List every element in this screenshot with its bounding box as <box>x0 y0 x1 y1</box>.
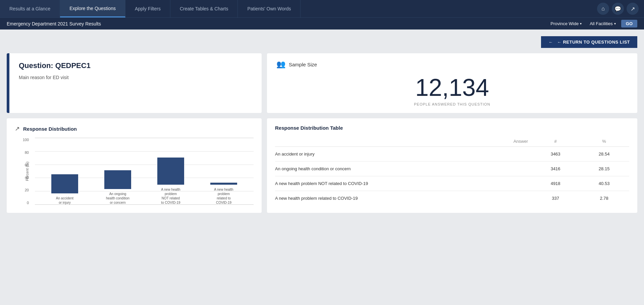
question-accent <box>7 53 9 113</box>
chart-card: ↗ Response Distribution 100 80 60 40 20 … <box>7 118 262 213</box>
bar-label-1: An accidentor injury <box>56 196 73 205</box>
subheader-right: Province Wide ▾ All Facilities ▾ GO <box>548 20 637 27</box>
go-button[interactable]: GO <box>621 20 637 27</box>
bar-1 <box>51 174 78 193</box>
return-bar: ← ← RETURN TO QUESTIONS LIST <box>7 36 637 48</box>
cell-answer: An accident or injury <box>275 147 532 162</box>
facilities-dropdown[interactable]: All Facilities ▾ <box>587 20 619 27</box>
tab-explore[interactable]: Explore the Questions <box>60 0 125 17</box>
bar-label-2: An ongoinghealth conditionor concern <box>106 192 129 205</box>
question-card: Question: QEDPEC1 Main reason for ED vis… <box>7 53 262 113</box>
chevron-down-icon: ▾ <box>580 22 582 25</box>
question-body: Question: QEDPEC1 Main reason for ED vis… <box>9 53 100 113</box>
question-title: Question: QEDPEC1 <box>19 61 91 70</box>
chart-title: Response Distribution <box>23 126 77 132</box>
col-count: # <box>532 136 579 147</box>
table-body: An accident or injury 3463 28.54 An ongo… <box>275 147 629 206</box>
cell-pct: 2.78 <box>579 191 629 206</box>
bar-label-3: A new healthproblemNOT relatedto COVID-1… <box>161 187 180 205</box>
bar-2 <box>104 170 131 189</box>
home-button[interactable]: ⌂ <box>597 3 609 15</box>
bar-group-2: An ongoinghealth conditionor concern <box>95 170 141 205</box>
arrow-left-icon: ← <box>548 40 553 45</box>
trend-icon: ↗ <box>15 125 20 132</box>
chevron-down-icon: ▾ <box>614 22 616 25</box>
sample-description: PEOPLE ANSWERED THIS QUESTION <box>276 102 628 106</box>
bar-4 <box>210 183 237 185</box>
table-header-row: Answer # % <box>275 136 629 147</box>
tab-filters[interactable]: Apply Filters <box>125 0 170 17</box>
share-button[interactable]: ↗ <box>627 3 639 15</box>
sample-header: 👥 Sample Size <box>276 60 628 69</box>
subheader-title: Emergency Department 2021 Survey Results <box>7 21 101 26</box>
main-content: ← ← RETURN TO QUESTIONS LIST Question: Q… <box>0 29 644 220</box>
people-icon: 👥 <box>276 60 285 69</box>
bar-chart-wrapper: 100 80 60 40 20 0 <box>15 138 254 205</box>
cell-answer: A new health problem NOT related to COVI… <box>275 176 532 191</box>
bars-container: An accidentor injury An ongoinghealth co… <box>35 138 254 205</box>
table-row: An accident or injury 3463 28.54 <box>275 147 629 162</box>
bar-label-4: A new healthproblemrelated toCOVID-19 <box>214 187 233 205</box>
distribution-table: Answer # % An accident or injury 3463 28… <box>275 136 629 205</box>
table-card: Response Distribution Table Answer # % A… <box>267 118 637 213</box>
question-subtitle: Main reason for ED visit <box>19 75 91 80</box>
col-pct: % <box>579 136 629 147</box>
tab-patients[interactable]: Patients' Own Words <box>238 0 301 17</box>
cell-count: 3463 <box>532 147 579 162</box>
cell-pct: 40.53 <box>579 176 629 191</box>
cell-count: 3416 <box>532 162 579 176</box>
share-icon: ↗ <box>631 6 635 12</box>
sample-title: Sample Size <box>289 62 317 67</box>
table-row: A new health problem NOT related to COVI… <box>275 176 629 191</box>
bar-group-1: An accidentor injury <box>42 174 88 205</box>
chat-icon: 💬 <box>614 6 621 12</box>
cell-count: 337 <box>532 191 579 206</box>
return-button[interactable]: ← ← RETURN TO QUESTIONS LIST <box>541 36 637 48</box>
table-row: A new health problem related to COVID-19… <box>275 191 629 206</box>
bar-group-4: A new healthproblemrelated toCOVID-19 <box>201 183 247 205</box>
top-nav: Results at a Glance Explore the Question… <box>0 0 644 17</box>
sample-number: 12,134 <box>276 75 628 100</box>
bar-3 <box>157 158 184 185</box>
subheader: Emergency Department 2021 Survey Results… <box>0 17 644 29</box>
home-icon: ⌂ <box>601 6 605 12</box>
tab-results[interactable]: Results at a Glance <box>0 0 60 17</box>
cell-pct: 28.15 <box>579 162 629 176</box>
cell-count: 4918 <box>532 176 579 191</box>
table-row: An ongoing health condition or concern 3… <box>275 162 629 176</box>
chart-header: ↗ Response Distribution <box>15 125 254 132</box>
col-answer: Answer <box>275 136 532 147</box>
bottom-cards-row: ↗ Response Distribution 100 80 60 40 20 … <box>7 118 637 213</box>
top-cards-row: Question: QEDPEC1 Main reason for ED vis… <box>7 53 637 113</box>
cell-pct: 28.54 <box>579 147 629 162</box>
cell-answer: An ongoing health condition or concern <box>275 162 532 176</box>
y-axis-title: Percent (%) <box>25 162 29 181</box>
bar-group-3: A new healthproblemNOT relatedto COVID-1… <box>148 158 194 205</box>
chart-body: An accidentor injury An ongoinghealth co… <box>35 138 254 205</box>
sample-card: 👥 Sample Size 12,134 PEOPLE ANSWERED THI… <box>267 53 637 113</box>
nav-icons: ⌂ 💬 ↗ <box>597 0 644 17</box>
province-dropdown[interactable]: Province Wide ▾ <box>548 20 584 27</box>
tab-tables[interactable]: Create Tables & Charts <box>170 0 238 17</box>
chat-button[interactable]: 💬 <box>612 3 624 15</box>
cell-answer: A new health problem related to COVID-19 <box>275 191 532 206</box>
table-title: Response Distribution Table <box>275 125 629 131</box>
